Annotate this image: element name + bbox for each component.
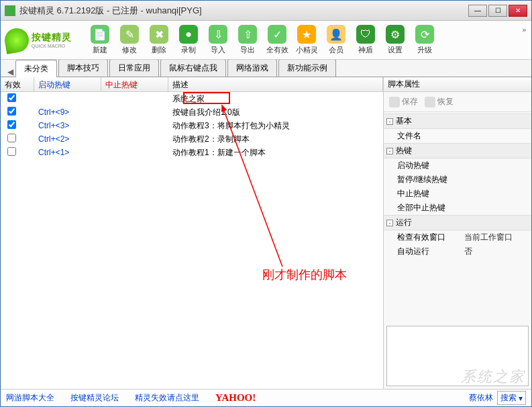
- row-start-hotkey: Ctrl+<3>: [34, 120, 101, 132]
- toolbar: 按键精灵 QUICK MACRO 📄新建✎修改✖删除●录制⇩导入⇧导出✓全有效★…: [1, 21, 531, 60]
- prop-value: 否: [464, 246, 529, 257]
- prop-row[interactable]: 文件名: [384, 129, 531, 143]
- toolbar-label: 录制: [181, 45, 196, 55]
- status-link-forum[interactable]: 按键精灵论坛: [70, 392, 119, 404]
- prop-key: 启动热键: [397, 160, 464, 171]
- prop-value: [464, 202, 529, 214]
- prop-key: 全部中止热键: [397, 202, 464, 214]
- prop-key: 检查有效窗口: [397, 232, 464, 243]
- table-row[interactable]: Ctrl+<3> 动作教程3：将脚本打包为小精灵: [1, 119, 383, 132]
- toolbar-修改[interactable]: ✎修改: [115, 24, 144, 56]
- prop-value: [464, 188, 529, 199]
- toolbar-录制[interactable]: ●录制: [174, 24, 203, 56]
- tab-scroll-left-icon[interactable]: ◀: [5, 67, 15, 77]
- list-header: 有效 启动热键 中止热键 描述: [1, 77, 383, 92]
- table-row[interactable]: Ctrl+<2> 动作教程2：录制脚本: [1, 132, 383, 146]
- row-checkbox[interactable]: [7, 107, 16, 116]
- row-checkbox[interactable]: [7, 147, 16, 156]
- toolbar-设置[interactable]: ⚙设置: [380, 24, 410, 56]
- collapse-icon[interactable]: -: [386, 118, 393, 125]
- tab-新功能示例[interactable]: 新功能示例: [278, 59, 336, 77]
- row-checkbox[interactable]: [7, 134, 16, 142]
- save-button[interactable]: 保存: [389, 96, 418, 107]
- prop-group-基本[interactable]: -基本: [384, 114, 531, 129]
- toolbar-新建[interactable]: 📄新建: [85, 24, 115, 56]
- row-stop-hotkey: [101, 111, 168, 114]
- toolbar-导入[interactable]: ⇩导入: [203, 24, 233, 56]
- toolbar-升级[interactable]: ⟳升级: [410, 24, 439, 56]
- toolbar-icon: ✖: [150, 25, 168, 44]
- toolbar-icon: ✎: [120, 25, 139, 44]
- row-stop-hotkey: [101, 138, 168, 140]
- toolbar-全有效[interactable]: ✓全有效: [262, 24, 292, 56]
- prop-row[interactable]: 检查有效窗口当前工作窗口: [384, 230, 531, 244]
- prop-value: [464, 160, 529, 171]
- toolbar-导出[interactable]: ⇧导出: [233, 24, 262, 56]
- row-checkbox[interactable]: [7, 120, 16, 129]
- close-button[interactable]: ✕: [509, 5, 527, 17]
- row-description: 动作教程3：将脚本打包为小精灵: [168, 119, 383, 133]
- table-row[interactable]: Ctrl+<1> 动作教程1：新建一个脚本: [1, 146, 383, 159]
- col-valid[interactable]: 有效: [1, 77, 34, 91]
- tab-未分类[interactable]: 未分类: [15, 60, 57, 77]
- search-dropdown[interactable]: 搜索 ▾: [497, 391, 526, 405]
- prop-group-运行[interactable]: -运行: [384, 215, 531, 230]
- collapse-icon[interactable]: -: [386, 220, 393, 226]
- description-textarea[interactable]: [386, 326, 529, 386]
- prop-row[interactable]: 暂停/继续热键: [384, 173, 531, 187]
- tab-鼠标右键点我[interactable]: 鼠标右键点我: [160, 59, 226, 77]
- toolbar-会员[interactable]: 👤会员: [321, 24, 351, 56]
- toolbar-label: 升级: [417, 45, 432, 55]
- toolbar-label: 全有效: [266, 45, 288, 55]
- row-description: 动作教程1：新建一个脚本: [168, 146, 383, 160]
- row-description: 按键自我介绍1.0版: [168, 105, 383, 120]
- col-description[interactable]: 描述: [168, 77, 383, 91]
- toolbar-删除[interactable]: ✖删除: [144, 24, 174, 56]
- maximize-button[interactable]: ☐: [488, 5, 507, 17]
- prop-row[interactable]: 中止热键: [384, 187, 531, 201]
- row-stop-hotkey: [101, 97, 168, 100]
- prop-group-热键[interactable]: -热键: [384, 143, 531, 159]
- prop-row[interactable]: 全部中止热键: [384, 201, 531, 215]
- prop-key: 自动运行: [397, 246, 464, 257]
- status-link-scripts[interactable]: 网游脚本大全: [6, 392, 54, 404]
- logo: 按键精灵 QUICK MACRO: [5, 24, 85, 56]
- prop-value: [464, 130, 529, 142]
- toolbar-label: 修改: [122, 45, 137, 55]
- collapse-icon[interactable]: -: [386, 148, 393, 154]
- tab-网络游戏[interactable]: 网络游戏: [227, 59, 277, 77]
- minimize-button[interactable]: —: [468, 5, 487, 17]
- toolbar-神盾[interactable]: 🛡神盾: [351, 24, 380, 56]
- toolbar-icon: 📄: [91, 25, 109, 44]
- row-checkbox[interactable]: [7, 93, 16, 102]
- toolbar-label: 新建: [93, 45, 107, 55]
- toolbar-icon: 🛡: [356, 25, 375, 44]
- list-body: 刚才制作的脚本 系统之家 Ctrl+<9> 按键自我介绍1.0版 Ctrl+<3…: [1, 92, 383, 389]
- prop-key: 暂停/继续热键: [397, 174, 464, 185]
- table-row[interactable]: Ctrl+<9> 按键自我介绍1.0版: [1, 105, 383, 119]
- tab-脚本技巧[interactable]: 脚本技巧: [58, 59, 108, 77]
- yahoo-logo[interactable]: YAHOO!: [215, 392, 256, 404]
- prop-value: 当前工作窗口: [464, 232, 529, 243]
- toolbar-icon: ⚙: [386, 25, 405, 44]
- row-description: 动作教程2：录制脚本: [168, 132, 383, 146]
- logo-icon: [3, 26, 31, 54]
- toolbar-icon: ●: [179, 25, 198, 44]
- prop-row[interactable]: 启动热键: [384, 159, 531, 173]
- row-description: 系统之家: [168, 92, 383, 106]
- col-stop-hotkey[interactable]: 中止热键: [101, 77, 168, 91]
- restore-button[interactable]: 恢复: [425, 96, 454, 107]
- table-row[interactable]: 系统之家: [1, 92, 383, 105]
- app-icon: [5, 5, 15, 16]
- properties-pane: 脚本属性 保存 恢复 -基本文件名-热键启动热键暂停/继续热键中止热键全部中止热…: [384, 77, 531, 389]
- prop-row[interactable]: 自动运行否: [384, 244, 531, 259]
- col-start-hotkey[interactable]: 启动热键: [34, 77, 101, 91]
- titlebar: 按键精灵 6.71.2192版 - 已注册 - wuhanqi[PYG] — ☐…: [1, 1, 531, 21]
- restore-icon: [425, 97, 435, 107]
- toolbar-小精灵[interactable]: ★小精灵: [292, 24, 321, 56]
- status-link-help[interactable]: 精灵失效请点这里: [135, 392, 199, 404]
- tab-日常应用[interactable]: 日常应用: [109, 59, 159, 77]
- status-name[interactable]: 蔡依林: [469, 392, 493, 404]
- toolbar-overflow-icon[interactable]: »: [522, 26, 526, 34]
- toolbar-icon: ⇩: [209, 25, 227, 44]
